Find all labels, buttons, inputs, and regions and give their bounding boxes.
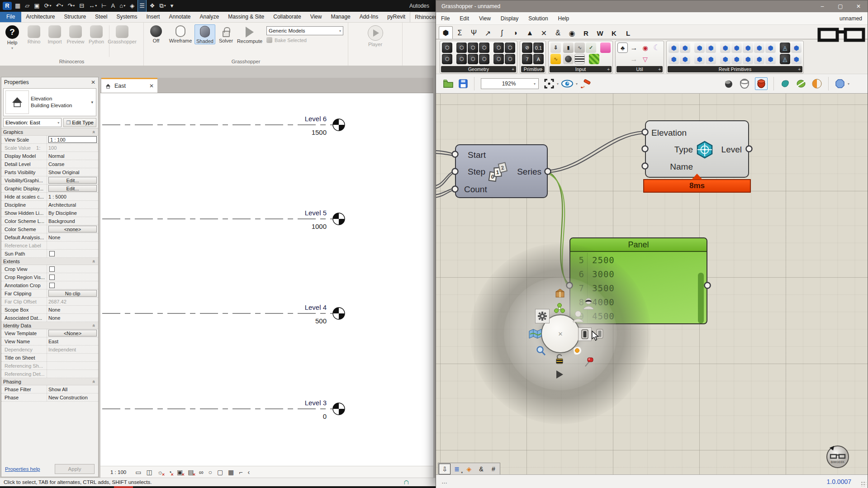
level-elevation[interactable]: 500 bbox=[315, 317, 327, 325]
property-button[interactable]: Edit... bbox=[48, 177, 97, 184]
print-icon[interactable]: ⊟ bbox=[78, 0, 85, 12]
component-icon[interactable]: ⬢ bbox=[743, 43, 753, 53]
tab-params[interactable]: ⬢ bbox=[439, 26, 453, 39]
component-icon[interactable]: ⬢ bbox=[706, 54, 716, 64]
off-button[interactable]: Off bbox=[146, 24, 166, 44]
close-button[interactable]: ✕ bbox=[849, 0, 868, 12]
crop-region-hidden-icon[interactable]: ▤✕ bbox=[188, 469, 194, 476]
component-icon[interactable]: ⬢ bbox=[754, 43, 764, 53]
property-button[interactable]: No clip bbox=[48, 290, 97, 297]
component-icon[interactable]: ⇩ bbox=[550, 43, 561, 53]
series-input-count[interactable]: Count bbox=[464, 185, 487, 194]
solver-button[interactable]: Solver bbox=[216, 24, 236, 43]
close-icon[interactable]: ✕ bbox=[149, 83, 154, 89]
redo-icon[interactable]: ↷▾ bbox=[66, 0, 76, 12]
measure-icon[interactable]: ↔▾ bbox=[87, 0, 98, 12]
grid-tool-icon[interactable]: # bbox=[488, 464, 499, 474]
text-icon[interactable]: A bbox=[110, 0, 117, 12]
tab-maths[interactable]: Σ bbox=[453, 27, 467, 39]
panel-scrollbar[interactable] bbox=[698, 273, 704, 323]
render-sphere-icon[interactable] bbox=[811, 78, 822, 89]
ribbon-tab-systems[interactable]: Systems bbox=[112, 12, 142, 22]
level-elevation[interactable]: 1000 bbox=[312, 223, 327, 230]
sun-path-off-icon[interactable]: ☼✕ bbox=[157, 469, 163, 476]
tab-k[interactable]: K bbox=[607, 27, 621, 39]
preview-shaded-icon[interactable] bbox=[755, 77, 768, 90]
preview-mesh-icon[interactable] bbox=[795, 78, 807, 89]
component-icon[interactable]: ⬡ bbox=[468, 43, 478, 53]
component-icon[interactable]: ⬢ bbox=[791, 43, 802, 53]
display-settings-icon[interactable] bbox=[835, 78, 845, 89]
help-button[interactable]: ? Help ▾ bbox=[2, 24, 23, 50]
property-value[interactable]: Edit... bbox=[47, 185, 98, 192]
component-icon[interactable]: ∿ bbox=[550, 54, 561, 64]
edit-type-button[interactable]: ❐ Edit Type bbox=[63, 118, 96, 127]
component-icon[interactable]: → bbox=[629, 43, 639, 53]
expand-group-icon[interactable]: + bbox=[512, 67, 514, 72]
selected-only-icon[interactable] bbox=[780, 78, 791, 89]
worksharing-icon[interactable]: ⛫ bbox=[404, 479, 410, 486]
component-icon[interactable]: ◬ bbox=[780, 54, 790, 64]
wireframe-button[interactable]: Wireframe bbox=[166, 24, 194, 44]
ribbon-tab-pyrevit[interactable]: pyRevit bbox=[383, 12, 410, 22]
map-icon[interactable] bbox=[528, 328, 542, 340]
level-input-elevation[interactable]: Elevation bbox=[651, 128, 687, 138]
tab-display[interactable]: ◉ bbox=[565, 27, 579, 39]
property-value[interactable]: No clip bbox=[47, 290, 98, 297]
expand-group-icon[interactable]: + bbox=[798, 67, 801, 72]
component-icon[interactable]: ⬡ bbox=[505, 43, 515, 53]
section-header-graphics[interactable]: Graphics« bbox=[1, 128, 98, 136]
tab-curve[interactable]: ʃ bbox=[495, 27, 509, 39]
menu-solution[interactable]: Solution bbox=[523, 15, 553, 22]
temporary-hide-glasses-icon[interactable]: ∞ bbox=[199, 469, 203, 476]
property-button[interactable]: <None> bbox=[48, 330, 97, 336]
property-button[interactable]: <none> bbox=[48, 226, 97, 232]
detail-level-icon[interactable]: ◫ bbox=[146, 469, 152, 476]
thin-lines-icon[interactable]: ☰ bbox=[138, 0, 147, 12]
tab-revit[interactable]: R bbox=[579, 27, 593, 39]
menu-edit[interactable]: Edit bbox=[455, 15, 474, 22]
component-icon[interactable]: ⬡ bbox=[442, 54, 452, 64]
level-input-name[interactable]: Name bbox=[646, 162, 693, 172]
collapse-chevron-icon[interactable]: « bbox=[91, 130, 97, 133]
ribbon-tab-annotate[interactable]: Annotate bbox=[164, 12, 195, 22]
level-elevation[interactable]: 0 bbox=[323, 412, 327, 420]
component-icon[interactable]: ⬡ bbox=[493, 43, 504, 53]
component-icon[interactable] bbox=[617, 54, 628, 64]
grasshopper-titlebar[interactable]: Grasshopper - unnamed – ▢ ✕ bbox=[436, 0, 868, 12]
component-icon[interactable]: ⬡ bbox=[468, 54, 478, 64]
preview-off-icon[interactable] bbox=[723, 78, 734, 89]
series-output[interactable]: Series bbox=[517, 167, 541, 177]
instance-combo[interactable]: Elevation: East ▾ bbox=[3, 118, 62, 127]
collapse-chevron-icon[interactable]: « bbox=[91, 260, 97, 262]
save-file-icon[interactable] bbox=[458, 79, 468, 89]
collapse-chevron[interactable]: ‹ bbox=[248, 469, 250, 476]
component-icon[interactable]: ⬢ bbox=[743, 54, 753, 64]
component-icon[interactable]: ∿ bbox=[574, 43, 585, 53]
component-icon[interactable]: ⬡ bbox=[479, 54, 489, 64]
ribbon-tab-manage[interactable]: Manage bbox=[326, 12, 355, 22]
default-3d-view-icon[interactable]: ⌂▾ bbox=[118, 0, 127, 12]
component-icon[interactable]: ◉ bbox=[640, 43, 650, 53]
recompute-button[interactable]: Recompute bbox=[237, 24, 263, 44]
panel-tool-icon[interactable] bbox=[578, 327, 592, 341]
component-icon[interactable] bbox=[574, 54, 585, 64]
undo-icon[interactable]: ↶▾ bbox=[55, 0, 65, 12]
series-input-start[interactable]: Start bbox=[468, 150, 486, 160]
component-icon[interactable]: ⬡ bbox=[479, 43, 489, 53]
component-icon[interactable]: ♣ bbox=[617, 43, 628, 53]
open-file-icon[interactable] bbox=[443, 79, 454, 89]
expand-group-icon[interactable]: + bbox=[658, 67, 661, 72]
expand-group-icon[interactable]: + bbox=[607, 67, 610, 72]
tab-w[interactable]: W bbox=[593, 27, 607, 39]
property-value[interactable]: <none> bbox=[47, 226, 98, 232]
component-icon[interactable]: ⬢ bbox=[720, 43, 730, 53]
reveal-constraints-icon[interactable]: ▦ bbox=[228, 469, 234, 476]
level-elevation[interactable]: 1500 bbox=[312, 128, 327, 136]
aligned-dimension-icon[interactable]: ⊢ bbox=[100, 0, 108, 12]
property-value[interactable]: <None> bbox=[47, 330, 98, 336]
component-icon[interactable]: ⬢ bbox=[720, 54, 730, 64]
chevron-down-icon[interactable]: ▾ bbox=[848, 82, 849, 86]
tab-l[interactable]: L bbox=[621, 27, 635, 39]
view-scale-control[interactable]: 1 : 100 bbox=[110, 469, 126, 475]
